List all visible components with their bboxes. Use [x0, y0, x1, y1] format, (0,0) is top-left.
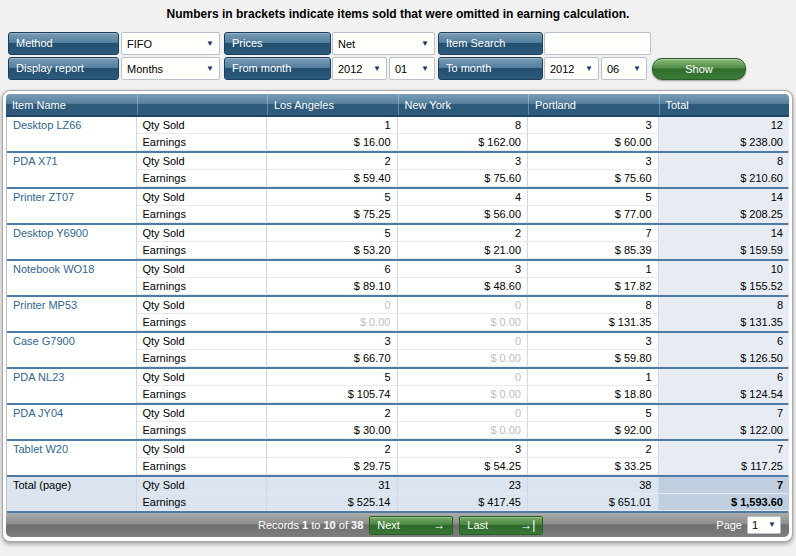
prices-select[interactable]: Net ▼ — [332, 32, 435, 55]
item-row-group: Printer ZT07Qty Sold54514Earnings$ 75.25… — [7, 189, 788, 225]
total-row-group: Total (page)Qty Sold3123387Earnings$ 525… — [7, 477, 788, 513]
item-name-link[interactable]: PDA NL23 — [7, 369, 137, 403]
page-select[interactable]: 1 ▼ — [747, 516, 781, 534]
earnings-row-label: Earnings — [137, 314, 268, 331]
column-header: Portland — [528, 94, 659, 115]
prices-select-value: Net — [338, 38, 355, 50]
qty-value-cell: 3 — [398, 441, 529, 458]
earnings-value-cell: $ 122.00 — [659, 422, 790, 439]
earnings-value-cell: $ 131.35 — [528, 314, 659, 331]
item-search-input[interactable] — [544, 32, 651, 55]
total-row-label: Total (page) — [7, 477, 137, 511]
earnings-value-cell: $ 210.60 — [659, 170, 790, 187]
qty-value-cell: 5 — [528, 189, 659, 206]
qty-value-cell: 0 — [398, 297, 529, 314]
item-name-link[interactable]: PDA JY04 — [7, 405, 137, 439]
qty-value-cell: 8 — [659, 297, 790, 314]
item-name-link[interactable]: Case G7900 — [7, 333, 137, 367]
qty-value-cell: 10 — [659, 261, 790, 278]
to-month-value: 06 — [607, 63, 619, 75]
qty-value-cell: 31 — [267, 477, 398, 494]
earnings-row-label: Earnings — [137, 458, 268, 475]
qty-value-cell: 5 — [267, 369, 398, 386]
page-select-value: 1 — [752, 519, 758, 531]
records-from: 1 — [302, 519, 308, 531]
qty-value-cell: 0 — [398, 333, 529, 350]
qty-value-cell: 14 — [659, 225, 790, 242]
qty-value-cell: 3 — [528, 333, 659, 350]
method-label: Method — [8, 32, 119, 55]
item-row-group: Desktop LZ66Qty Sold18312Earnings$ 16.00… — [7, 117, 788, 153]
report-window: Numbers in brackets indicate items sold … — [0, 0, 796, 556]
item-name-link[interactable]: Printer ZT07 — [7, 189, 137, 223]
earnings-value-cell: $ 89.10 — [267, 278, 398, 295]
item-row-group: PDA JY04Qty Sold2057Earnings$ 30.00$ 0.0… — [7, 405, 788, 441]
earnings-value-cell: $ 208.25 — [659, 206, 790, 223]
item-name-link[interactable]: PDA X71 — [7, 153, 137, 187]
column-header: Item Name — [6, 94, 137, 115]
display-report-select[interactable]: Months ▼ — [121, 57, 220, 80]
earnings-value-cell: $ 651.01 — [528, 494, 659, 511]
qty-sold-row-label: Qty Sold — [137, 261, 268, 278]
qty-value-cell: 7 — [528, 225, 659, 242]
column-header: Total — [659, 94, 790, 115]
earnings-value-cell: $ 0.00 — [398, 422, 529, 439]
item-name-link[interactable]: Desktop LZ66 — [7, 117, 137, 151]
from-month-label: From month — [224, 57, 331, 80]
qty-sold-row-label: Qty Sold — [137, 369, 268, 386]
item-search-label: Item Search — [438, 32, 543, 55]
earnings-value-cell: $ 417.45 — [398, 494, 529, 511]
to-year-select[interactable]: 2012 ▼ — [544, 57, 599, 80]
column-header: Los Angeles — [267, 94, 398, 115]
item-name-link[interactable]: Notebook WO18 — [7, 261, 137, 295]
pagination-bar: Records 1 to 10 of 38 Next → Last →| Pag… — [6, 513, 789, 537]
method-select[interactable]: FIFO ▼ — [121, 32, 220, 55]
item-row-group: Case G7900Qty Sold3036Earnings$ 66.70$ 0… — [7, 333, 788, 369]
next-button-label: Next — [377, 519, 400, 531]
item-name-link[interactable]: Desktop Y6900 — [7, 225, 137, 259]
qty-value-cell: 5 — [267, 225, 398, 242]
page-label: Page — [716, 519, 742, 531]
earnings-value-cell: $ 75.60 — [398, 170, 529, 187]
chevron-down-icon: ▼ — [206, 65, 214, 73]
earnings-value-cell: $ 21.00 — [398, 242, 529, 259]
earnings-value-cell: $ 0.00 — [398, 386, 529, 403]
qty-value-cell: 6 — [267, 261, 398, 278]
last-button[interactable]: Last →| — [459, 516, 543, 535]
chevron-down-icon: ▼ — [633, 65, 641, 73]
last-button-label: Last — [467, 519, 488, 531]
records-prefix: Records — [258, 519, 299, 531]
earnings-row-label: Earnings — [137, 278, 268, 295]
show-button[interactable]: Show — [652, 58, 746, 80]
item-name-link[interactable]: Printer MP53 — [7, 297, 137, 331]
earnings-row-label: Earnings — [137, 350, 268, 367]
chevron-down-icon: ▼ — [421, 40, 429, 48]
item-row-group: Desktop Y6900Qty Sold52714Earnings$ 53.2… — [7, 225, 788, 261]
earnings-value-cell: $ 92.00 — [528, 422, 659, 439]
report-panel: Item NameLos AngelesNew YorkPortlandTota… — [2, 90, 793, 542]
qty-value-cell: 2 — [267, 405, 398, 422]
item-name-link[interactable]: Tablet W20 — [7, 441, 137, 475]
qty-sold-row-label: Qty Sold — [137, 297, 268, 314]
to-month-select[interactable]: 06 ▼ — [601, 57, 647, 80]
earnings-value-cell: $ 131.35 — [659, 314, 790, 331]
item-row-group: PDA NL23Qty Sold5016Earnings$ 105.74$ 0.… — [7, 369, 788, 405]
next-button[interactable]: Next → — [369, 516, 453, 535]
earnings-value-cell: $ 238.00 — [659, 134, 790, 151]
from-year-select[interactable]: 2012 ▼ — [332, 57, 387, 80]
earnings-value-cell: $ 17.82 — [528, 278, 659, 295]
records-to: 10 — [323, 519, 335, 531]
qty-sold-row-label: Qty Sold — [137, 441, 268, 458]
earnings-value-cell: $ 33.25 — [528, 458, 659, 475]
qty-value-cell: 7 — [659, 477, 790, 494]
qty-value-cell: 2 — [267, 153, 398, 170]
method-select-value: FIFO — [127, 38, 152, 50]
qty-sold-row-label: Qty Sold — [137, 225, 268, 242]
from-month-select[interactable]: 01 ▼ — [389, 57, 435, 80]
to-month-label: To month — [438, 57, 543, 80]
item-row-group: PDA X71Qty Sold2338Earnings$ 59.40$ 75.6… — [7, 153, 788, 189]
qty-value-cell: 12 — [659, 117, 790, 134]
earnings-value-cell: $ 105.74 — [267, 386, 398, 403]
qty-value-cell: 8 — [659, 153, 790, 170]
qty-value-cell: 0 — [267, 297, 398, 314]
